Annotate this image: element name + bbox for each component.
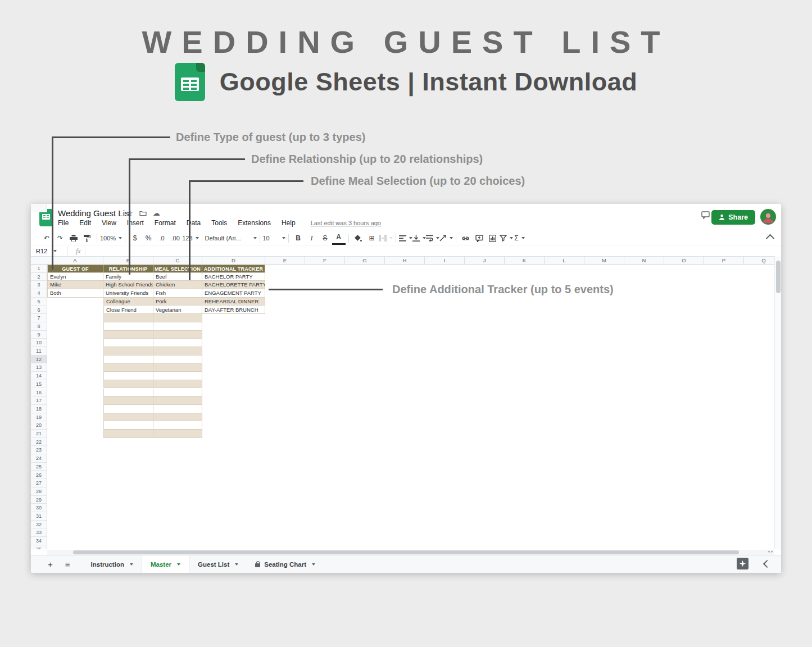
cell-C17[interactable] (153, 397, 202, 405)
cell-C21[interactable] (153, 430, 202, 438)
text-color-icon[interactable]: A (332, 232, 346, 245)
cell-B9[interactable] (103, 331, 153, 339)
column-header-N[interactable]: N (624, 257, 664, 265)
cell-D6[interactable]: DAY-AFTER BRUNCH (202, 306, 265, 315)
cell-C3[interactable]: Chicken (153, 281, 202, 289)
row-header-3[interactable]: 3 (31, 281, 47, 289)
cell-C16[interactable] (153, 389, 202, 397)
merge-cells-icon[interactable] (379, 233, 393, 244)
name-box[interactable]: R12 (31, 248, 67, 254)
tab-master[interactable]: Master (142, 555, 189, 573)
cell-A3[interactable]: Mike (47, 281, 103, 289)
row-header-23[interactable]: 23 (31, 446, 47, 454)
filter-icon[interactable] (500, 233, 513, 244)
cell-B18[interactable] (103, 405, 153, 413)
cell-C5[interactable]: Pork (153, 298, 202, 306)
horizontal-scrollbar-thumb[interactable] (73, 550, 739, 554)
row-header-6[interactable]: 6 (31, 306, 47, 315)
cell-C19[interactable] (153, 413, 202, 422)
row-header-35[interactable]: 35 (31, 545, 47, 549)
menu-item-edit[interactable]: Edit (79, 219, 91, 227)
cell-C20[interactable] (153, 421, 202, 430)
cell-C11[interactable] (153, 347, 202, 356)
font-select[interactable]: Default (Ari... (205, 233, 257, 244)
column-header-E[interactable]: E (265, 257, 305, 265)
scroll-right-icon[interactable]: ▸ (771, 549, 773, 554)
table-header-meal-selection[interactable]: MEAL SELECTION (153, 265, 202, 273)
cell-B16[interactable] (103, 389, 153, 397)
column-header-D[interactable]: D (202, 257, 265, 265)
column-header-K[interactable]: K (505, 257, 545, 265)
user-avatar[interactable] (760, 209, 776, 225)
row-header-28[interactable]: 28 (31, 487, 47, 496)
paint-format-icon[interactable] (80, 233, 94, 244)
column-header-P[interactable]: P (704, 257, 744, 265)
cell-C4[interactable]: Fish (153, 289, 202, 298)
print-icon[interactable] (67, 233, 80, 244)
row-header-16[interactable]: 16 (31, 389, 47, 397)
show-side-panel-icon[interactable] (763, 560, 771, 568)
menu-item-tools[interactable]: Tools (211, 219, 227, 227)
cell-C9[interactable] (153, 331, 202, 339)
row-header-17[interactable]: 17 (31, 397, 47, 405)
row-header-1[interactable]: 1 (31, 265, 47, 273)
column-header-O[interactable]: O (664, 257, 704, 265)
cell-B10[interactable] (103, 339, 153, 347)
strikethrough-icon[interactable]: S (319, 233, 332, 244)
cell-D4[interactable]: ENGAGEMENT PARTY (202, 289, 265, 298)
cell-C15[interactable] (153, 380, 202, 389)
format-percent-icon[interactable]: % (142, 233, 155, 244)
move-folder-icon[interactable] (139, 210, 147, 216)
vertical-align-icon[interactable] (412, 233, 426, 244)
row-header-27[interactable]: 27 (31, 479, 47, 487)
all-sheets-icon[interactable]: ≡ (65, 559, 70, 569)
cell-A2[interactable]: Evelyn (47, 273, 103, 281)
scroll-left-icon[interactable]: ◂ (768, 549, 770, 554)
cell-C2[interactable]: Beef (153, 273, 202, 281)
row-header-24[interactable]: 24 (31, 454, 47, 463)
menu-item-extensions[interactable]: Extensions (238, 219, 271, 227)
tab-guest-list[interactable]: Guest List (189, 555, 247, 573)
select-all-corner[interactable] (31, 204, 47, 212)
insert-comment-icon[interactable] (473, 233, 486, 244)
cell-B13[interactable] (103, 363, 153, 372)
cell-B15[interactable] (103, 380, 153, 389)
row-header-19[interactable]: 19 (31, 413, 47, 422)
row-header-20[interactable]: 20 (31, 421, 47, 430)
row-header-11[interactable]: 11 (31, 347, 47, 356)
cell-B21[interactable] (103, 430, 153, 438)
cell-B6[interactable]: Close Friend (103, 306, 153, 315)
cell-C13[interactable] (153, 363, 202, 372)
cell-B11[interactable] (103, 347, 153, 356)
cell-B8[interactable] (103, 322, 153, 331)
menu-item-help[interactable]: Help (282, 219, 296, 227)
row-header-25[interactable]: 25 (31, 463, 47, 471)
column-header-C[interactable]: C (153, 257, 202, 265)
row-header-31[interactable]: 31 (31, 512, 47, 521)
row-header-34[interactable]: 34 (31, 537, 47, 545)
column-header-I[interactable]: I (425, 257, 465, 265)
cell-B3[interactable]: High School Friends (103, 281, 153, 289)
add-sheet-icon[interactable]: + (48, 559, 53, 569)
last-edit-link[interactable]: Last edit was 3 hours ago (311, 220, 381, 226)
row-header-15[interactable]: 15 (31, 380, 47, 389)
row-header-2[interactable]: 2 (31, 273, 47, 281)
cell-B14[interactable] (103, 372, 153, 380)
bold-icon[interactable]: B (292, 233, 305, 244)
column-header-L[interactable]: L (545, 257, 584, 265)
cell-C10[interactable] (153, 339, 202, 347)
horizontal-scrollbar[interactable] (47, 550, 774, 555)
fill-color-icon[interactable] (352, 233, 365, 244)
row-header-9[interactable]: 9 (31, 331, 47, 339)
row-header-10[interactable]: 10 (31, 339, 47, 347)
column-header-Q[interactable]: Q (744, 257, 774, 265)
cell-C7[interactable] (153, 314, 202, 322)
row-header-12[interactable]: 12 (31, 356, 47, 364)
row-header-8[interactable]: 8 (31, 322, 47, 331)
cell-D3[interactable]: BACHELORETTE PARTY (202, 281, 265, 289)
column-header-J[interactable]: J (465, 257, 505, 265)
row-header-13[interactable]: 13 (31, 363, 47, 372)
row-header-26[interactable]: 26 (31, 471, 47, 480)
column-header-M[interactable]: M (584, 257, 624, 265)
zoom-select[interactable]: 100% (100, 233, 122, 244)
